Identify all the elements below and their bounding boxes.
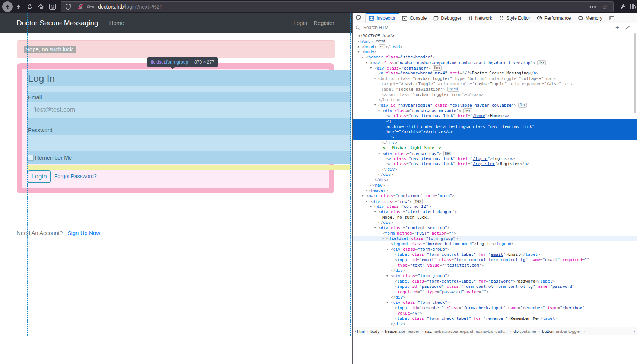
markup-row[interactable]: </header> (353, 188, 637, 193)
url-bar[interactable]: doctors.htb/login?next=%2F ••• ☆ (61, 1, 614, 12)
home-button[interactable] (36, 0, 45, 13)
key-autofill-icon[interactable] (87, 4, 95, 9)
tab-network[interactable]: Network (465, 13, 496, 23)
markup-row[interactable]: target="#navbarToggle" aria-controls="na… (353, 81, 637, 87)
expand-arrow-closed-icon[interactable]: ▶ (358, 44, 359, 49)
expand-arrow-open-icon[interactable]: ▼ (378, 231, 380, 236)
tab-debugger[interactable]: Debugger (430, 13, 465, 23)
markup-row[interactable]: <!DOCTYPE html> (353, 33, 637, 39)
expand-arrow-open-icon[interactable]: ▼ (378, 108, 380, 113)
markup-row[interactable]: <label class="form-control-label" for="p… (353, 279, 637, 284)
markup-row[interactable]: </button> (353, 97, 637, 103)
url-text[interactable]: doctors.htb/login?next=%2F (98, 4, 163, 10)
markup-row[interactable]: ▼<form method="POST" action=""> (353, 231, 637, 236)
markup-row[interactable]: ▼<body> (353, 49, 637, 55)
markup-row[interactable]: Nope, no such luck. (353, 215, 637, 220)
markup-row[interactable]: ▼<div class="form-check"> (353, 300, 637, 305)
expand-arrow-open-icon[interactable]: ▼ (366, 199, 367, 204)
markup-row[interactable]: <legend class="border-bottom mb-4">Log I… (353, 241, 637, 247)
markup-row[interactable]: ▼<div class="navbar-nav mr-auto">flex (353, 108, 637, 113)
markup-row[interactable]: </nav> (353, 183, 637, 188)
markup-row[interactable]: ▼<div class="alert alert-danger"> (353, 209, 637, 215)
tab-storage-partial[interactable] (606, 13, 614, 23)
expand-arrow-open-icon[interactable]: ▼ (386, 300, 388, 305)
markup-row-selected[interactable]: --> (353, 135, 637, 140)
eyedropper-button[interactable] (625, 25, 630, 30)
markup-row[interactable]: ▼<div class="col-md-12"> (353, 204, 637, 209)
markup-row[interactable]: <a class="navbar-brand mr-4" href="/">Do… (353, 71, 637, 76)
remember-checkbox[interactable] (28, 155, 34, 161)
email-input[interactable]: 'test@test.com (27, 102, 351, 118)
markup-row[interactable]: <html>event (353, 39, 637, 44)
forward-button[interactable] (14, 0, 23, 13)
breadcrumb-scroll-left-icon[interactable]: ‹ (355, 329, 356, 334)
expand-arrow-open-icon[interactable]: ▼ (374, 209, 376, 215)
markup-row[interactable]: </div> (353, 322, 637, 327)
markup-row[interactable]: ▼<div class="row">flex (353, 199, 637, 204)
markup-row[interactable]: </div> (353, 268, 637, 273)
tab-console[interactable]: Console (399, 13, 430, 23)
expand-arrow-open-icon[interactable]: ▼ (358, 49, 359, 55)
search-html-input[interactable] (363, 25, 613, 30)
expand-arrow-open-icon[interactable]: ▼ (386, 273, 388, 278)
markup-row[interactable]: <input id="remember" class="form-check-i… (353, 306, 637, 311)
add-node-button[interactable]: + (615, 24, 619, 31)
markup-row[interactable]: <!--Navbar Right Side--> (353, 145, 637, 151)
markup-row[interactable]: <a class="nav-item nav-link" href="/logi… (353, 156, 637, 161)
breadcrumb-scroll-right-icon[interactable]: › (633, 329, 635, 334)
markup-row[interactable]: ▼<div id="navbarToggle" class="collapse … (353, 103, 637, 108)
nav-link-login[interactable]: Login (293, 20, 307, 26)
navbar-brand[interactable]: Doctor Secure Messaging (17, 19, 98, 27)
expand-arrow-open-icon[interactable]: ▼ (362, 55, 363, 60)
expand-arrow-open-icon[interactable]: ▼ (374, 103, 376, 108)
tab-style-editor[interactable]: Style Editor (496, 13, 534, 23)
page-actions-icon[interactable]: ••• (589, 4, 596, 10)
expand-arrow-open-icon[interactable]: ▼ (378, 151, 380, 156)
markup-row[interactable]: ▼<nav class="navbar navbar-expand-md nav… (353, 60, 637, 65)
expand-arrow-open-icon[interactable]: ▼ (366, 60, 367, 65)
markup-row[interactable]: </div> (353, 140, 637, 145)
expand-arrow-open-icon[interactable]: ▼ (374, 225, 376, 231)
markup-row[interactable]: type="text" value="'test@test.com"> (353, 263, 637, 268)
markup-row[interactable]: required="" type="password" value=""> (353, 290, 637, 295)
insecure-lock-icon[interactable] (77, 3, 84, 10)
markup-row[interactable]: </div> (353, 177, 637, 183)
markup-row[interactable]: </div> (353, 295, 637, 300)
tracking-protection-shield-icon[interactable] (66, 4, 71, 10)
breadcrumb-item-html[interactable]: html (357, 329, 365, 334)
markup-row[interactable]: ▼<div class="content-section"> (353, 225, 637, 231)
markup-row[interactable]: ▼<div class="container">flex (353, 65, 637, 71)
breadcrumb-item-body[interactable]: body (370, 329, 379, 334)
markup-row[interactable]: ▶<head>⋯</head> (353, 44, 637, 49)
markup-row[interactable]: </div> (353, 167, 637, 172)
back-button[interactable] (2, 0, 13, 13)
markup-row-hovered[interactable]: ▼<fieldset class="form-group"> (353, 236, 637, 241)
markup-row[interactable]: ▼<div class="form-group"> (353, 247, 637, 252)
markup-row[interactable]: <label class="form-control-label" for="e… (353, 252, 637, 257)
nav-link-register[interactable]: Register (313, 20, 334, 26)
markup-row[interactable]: <label class="form-check-label" for="rem… (353, 316, 637, 321)
markup-row[interactable]: ▼<header class="site-header"> (353, 55, 637, 60)
forgot-password-link[interactable]: Forgot Password? (54, 173, 97, 179)
markup-row[interactable]: ▼<button class="navbar-toggler" type="bu… (353, 76, 637, 81)
expand-arrow-open-icon[interactable]: ▼ (382, 236, 384, 241)
tab-inspector[interactable]: Inspector (366, 13, 399, 23)
markup-row[interactable]: label="Toggle navigation">event (353, 87, 637, 92)
expand-arrow-open-icon[interactable]: ▼ (370, 204, 372, 209)
markup-row[interactable]: <span class="navbar-toggler-icon"></span… (353, 92, 637, 97)
signup-link[interactable]: Sign Up Now (67, 230, 100, 236)
tab-performance[interactable]: Performance (534, 13, 574, 23)
login-button[interactable]: Login (28, 170, 51, 183)
markup-row-selected[interactable]: href="/archive">Archive</a> (353, 129, 637, 135)
markup-row[interactable]: ▼<main class="container" role="main"> (353, 193, 637, 199)
element-picker-button[interactable] (353, 13, 366, 23)
markup-row[interactable]: <input id="email" class="form-control fo… (353, 257, 637, 262)
markup-row[interactable]: </div> (353, 172, 637, 177)
bookmark-star-icon[interactable]: ☆ (602, 3, 608, 11)
markup-row[interactable]: <input id="password" class="form-control… (353, 284, 637, 289)
expand-arrow-open-icon[interactable]: ▼ (386, 247, 388, 252)
library-button[interactable] (629, 0, 637, 13)
expand-arrow-open-icon[interactable]: ▼ (374, 76, 376, 81)
markup-row-selected[interactable]: archive still under beta testing<a class… (353, 124, 637, 129)
tab-memory[interactable]: Memory (574, 13, 606, 23)
